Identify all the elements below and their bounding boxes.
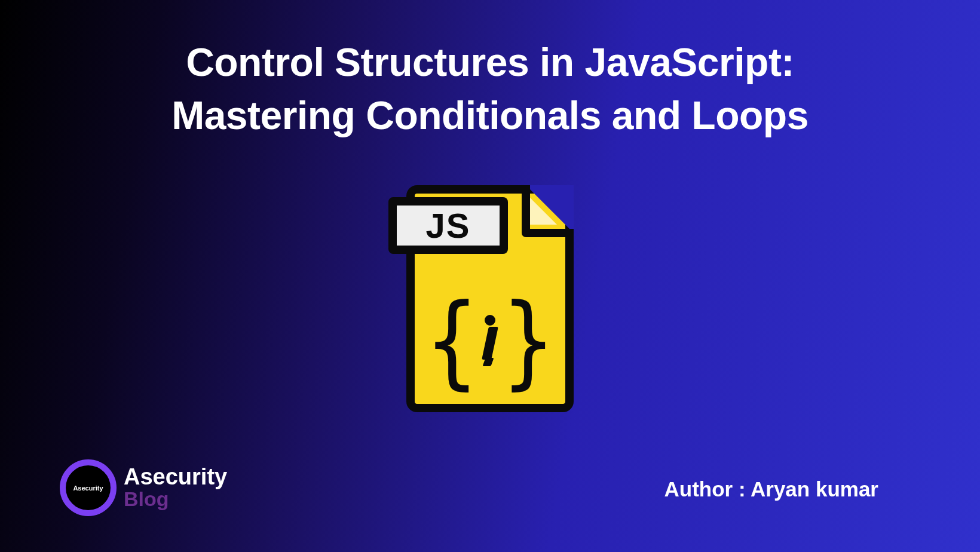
brace-inner-symbol	[485, 315, 495, 366]
js-label-badge: JS	[388, 197, 508, 254]
logo-brand-name: Asecurity	[124, 465, 227, 488]
js-file-icon: JS { }	[382, 161, 598, 424]
logo-inner-text: Asecurity	[73, 484, 103, 492]
right-brace-icon: }	[503, 290, 555, 391]
js-label-text: JS	[426, 206, 471, 246]
logo-text-block: Asecurity Blog	[124, 465, 227, 510]
logo-tagline: Blog	[124, 488, 227, 510]
site-logo: Asecurity Asecurity Blog	[60, 459, 227, 516]
author-credit: Author : Aryan kumar	[664, 477, 878, 501]
logo-icon: Asecurity	[60, 459, 117, 516]
code-braces-icon: { }	[424, 287, 556, 394]
left-brace-icon: {	[425, 290, 477, 391]
page-title: Control Structures in JavaScript:Masteri…	[0, 36, 980, 142]
